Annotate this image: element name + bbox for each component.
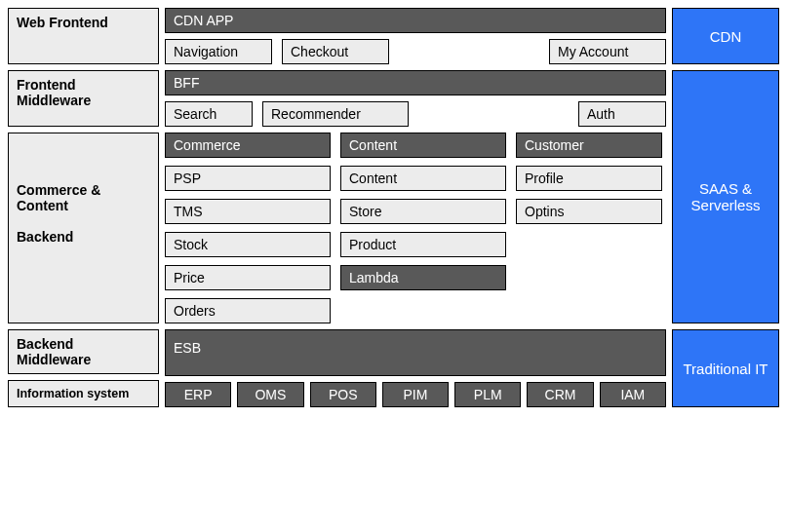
box-content: Content	[340, 166, 506, 191]
box-store: Store	[340, 199, 506, 224]
box-erp: ERP	[165, 382, 231, 407]
box-optins: Optins	[516, 199, 662, 224]
box-auth: Auth	[578, 101, 666, 127]
box-navigation: Navigation	[165, 39, 272, 64]
box-checkout: Checkout	[282, 39, 389, 64]
right-traditional-it: Traditional IT	[672, 329, 779, 407]
label-backend: Commerce & Content Backend	[8, 133, 159, 323]
box-search: Search	[165, 101, 253, 127]
box-recommender: Recommender	[262, 101, 409, 127]
right-cdn: CDN	[672, 8, 779, 64]
box-plm: PLM	[454, 382, 521, 407]
middle-backend-middleware: ESB ERP OMS POS PIM PLM CRM IAM	[165, 329, 666, 407]
box-oms: OMS	[237, 382, 303, 407]
box-crm: CRM	[527, 382, 593, 407]
header-commerce: Commerce	[165, 133, 331, 158]
box-pos: POS	[310, 382, 376, 407]
header-content: Content	[340, 133, 506, 158]
middle-backend: Commerce PSP TMS Stock Price Orders Cont…	[165, 133, 666, 323]
col-content: Content Content Store Product Lambda	[340, 133, 506, 323]
box-stock: Stock	[165, 232, 331, 257]
box-psp: PSP	[165, 166, 331, 191]
box-tms: TMS	[165, 199, 331, 224]
right-saas-serverless: SAAS & Serverless	[672, 70, 779, 323]
box-my-account: My Account	[549, 39, 666, 64]
box-lambda: Lambda	[340, 265, 506, 290]
architecture-diagram: Web Frontend CDN APP Navigation Checkout…	[8, 8, 779, 407]
label-backend-middleware: Backend Middleware	[8, 329, 159, 374]
label-information-system: Information system	[8, 380, 159, 407]
box-profile: Profile	[516, 166, 662, 191]
box-pim: PIM	[382, 382, 449, 407]
col-commerce: Commerce PSP TMS Stock Price Orders	[165, 133, 331, 323]
box-iam: IAM	[600, 382, 666, 407]
header-cdn-app: CDN APP	[165, 8, 666, 33]
col-customer: Customer Profile Optins	[516, 133, 662, 323]
header-esb: ESB	[165, 329, 666, 376]
middle-frontend-middleware: BFF Search Recommender Auth	[165, 70, 666, 127]
label-frontend-middleware: Frontend Middleware	[8, 70, 159, 127]
middle-web-frontend: CDN APP Navigation Checkout My Account	[165, 8, 666, 64]
info-sys-row: ERP OMS POS PIM PLM CRM IAM	[165, 382, 666, 407]
header-bff: BFF	[165, 70, 666, 95]
header-customer: Customer	[516, 133, 662, 158]
box-price: Price	[165, 265, 331, 290]
box-orders: Orders	[165, 298, 331, 323]
box-product: Product	[340, 232, 506, 257]
label-web-frontend: Web Frontend	[8, 8, 159, 64]
